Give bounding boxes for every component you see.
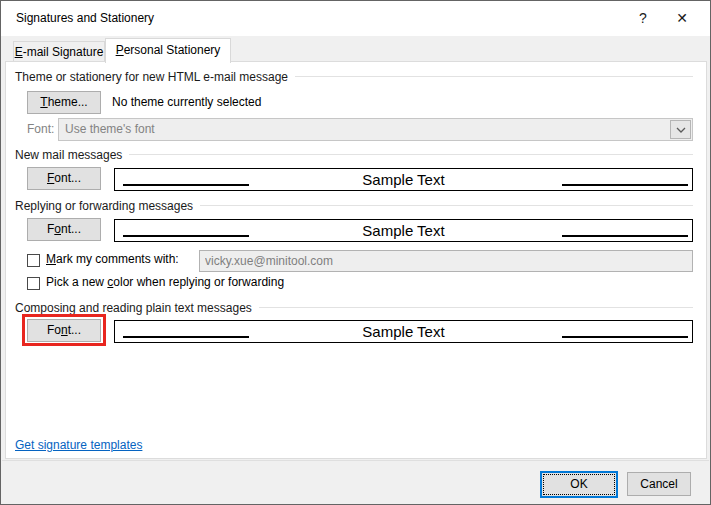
theme-section-label: Theme or stationery for new HTML e-mail … bbox=[15, 70, 288, 84]
help-icon[interactable]: ? bbox=[629, 1, 657, 36]
ok-button[interactable]: OK bbox=[540, 471, 618, 498]
sample-text: Sample Text bbox=[115, 321, 692, 342]
personal-stationery-page: Theme or stationery for new HTML e-mail … bbox=[5, 61, 707, 459]
reply-forward-sample-preview: Sample Text bbox=[114, 219, 693, 242]
plain-text-section-header: Composing and reading plain text message… bbox=[15, 300, 693, 315]
new-mail-section-header: New mail messages bbox=[15, 147, 693, 162]
theme-font-dropdown[interactable]: Use theme's font bbox=[58, 118, 693, 141]
mark-comments-checkbox[interactable] bbox=[27, 254, 40, 267]
sample-rule-right bbox=[562, 184, 688, 186]
mark-comments-label[interactable]: Mark my comments with: bbox=[46, 252, 179, 267]
new-mail-sample-preview: Sample Text bbox=[114, 168, 693, 191]
group-divider bbox=[200, 205, 693, 206]
new-mail-section-label: New mail messages bbox=[15, 148, 122, 162]
new-mail-font-button[interactable]: Font... bbox=[27, 167, 101, 190]
plain-text-sample-preview: Sample Text bbox=[114, 320, 693, 343]
plain-text-section-label: Composing and reading plain text message… bbox=[15, 301, 252, 315]
group-divider bbox=[295, 76, 693, 77]
sample-rule-right bbox=[562, 235, 688, 237]
sample-text: Sample Text bbox=[115, 169, 692, 190]
dialog-title: Signatures and Stationery bbox=[16, 1, 154, 36]
sample-text: Sample Text bbox=[115, 220, 692, 241]
tab-email-signature[interactable]: E-mail Signature bbox=[13, 41, 105, 62]
theme-section-header: Theme or stationery for new HTML e-mail … bbox=[15, 69, 693, 84]
close-icon[interactable]: ✕ bbox=[665, 1, 699, 36]
reply-forward-font-button[interactable]: Font... bbox=[27, 218, 101, 241]
pick-color-label[interactable]: Pick a new color when replying or forwar… bbox=[46, 275, 284, 290]
theme-status-text: No theme currently selected bbox=[112, 91, 261, 114]
signatures-and-stationery-dialog: Signatures and Stationery ? ✕ E-mail Sig… bbox=[0, 0, 711, 505]
chevron-down-icon[interactable] bbox=[670, 120, 691, 139]
mark-comments-input[interactable] bbox=[199, 250, 693, 272]
theme-button[interactable]: Theme... bbox=[27, 91, 101, 114]
reply-forward-section-label: Replying or forwarding messages bbox=[15, 199, 193, 213]
theme-font-dropdown-value: Use theme's font bbox=[65, 119, 155, 140]
get-signature-templates-link[interactable]: Get signature templates bbox=[15, 438, 142, 452]
group-divider bbox=[129, 154, 693, 155]
tab-personal-stationery[interactable]: Personal Stationery bbox=[105, 38, 231, 63]
cancel-button[interactable]: Cancel bbox=[627, 472, 691, 496]
sample-rule-right bbox=[562, 336, 688, 338]
pick-color-checkbox[interactable] bbox=[27, 277, 40, 290]
font-dropdown-label: Font: bbox=[27, 118, 54, 141]
title-bar: Signatures and Stationery ? ✕ bbox=[1, 1, 710, 36]
group-divider bbox=[259, 307, 693, 308]
plain-text-font-button[interactable]: Font... bbox=[27, 319, 101, 342]
reply-forward-section-header: Replying or forwarding messages bbox=[15, 198, 693, 213]
